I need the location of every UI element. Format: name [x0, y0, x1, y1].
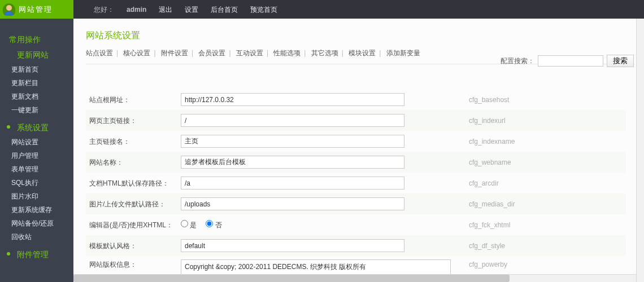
sidebar-item-update-doc[interactable]: 更新文档: [0, 90, 73, 103]
search-button[interactable]: 搜索: [607, 55, 634, 67]
sidebar-item-update-column[interactable]: 更新栏目: [0, 76, 73, 90]
row-label: 模板默认风格：: [86, 241, 181, 251]
text-input[interactable]: [181, 93, 404, 106]
avatar-icon: [3, 3, 15, 16]
search-label: 配置搜索：: [501, 56, 534, 66]
nav-preview[interactable]: 预览首页: [250, 5, 277, 15]
setting-row: 网页主页链接：cfg_indexurl: [86, 110, 626, 131]
row-label: 网页主页链接：: [86, 116, 181, 126]
row-key: cfg_indexname: [463, 136, 626, 147]
setting-row: 模板默认风格：cfg_df_style: [86, 235, 626, 256]
search-input[interactable]: [538, 55, 603, 67]
setting-row: 站点根网址：cfg_basehost: [86, 89, 626, 110]
row-control: [181, 197, 463, 210]
sidebar-head-system[interactable]: 系统设置: [0, 120, 73, 135]
logo: 网站管理: [0, 0, 73, 19]
text-input[interactable]: [181, 239, 404, 252]
sidebar-item-update-all[interactable]: 一键更新: [0, 103, 73, 117]
top-bar: 网站管理 您好： admin 退出 设置 后台首页 预览首页: [0, 0, 644, 19]
row-key: cfg_webname: [463, 157, 626, 168]
row-key: cfg_fck_xhtml: [463, 220, 626, 230]
row-key: cfg_medias_dir: [463, 199, 626, 209]
top-nav: 您好： admin 退出 设置 后台首页 预览首页: [73, 5, 277, 15]
row-key: cfg_basehost: [463, 95, 626, 105]
sidebar-item-cache[interactable]: 更新系统缓存: [0, 203, 73, 217]
config-search: 配置搜索： 搜索: [501, 55, 634, 67]
sidebar-head-attach[interactable]: 附件管理: [0, 247, 73, 262]
row-label: 文档HTML默认保存路径：: [86, 178, 181, 188]
radio-yes[interactable]: [181, 220, 188, 227]
tab-attach[interactable]: 附件设置: [161, 49, 188, 57]
row-control: [181, 177, 463, 190]
row-key: cfg_arcdir: [463, 178, 626, 188]
sidebar-sub-update[interactable]: 更新网站: [0, 47, 73, 63]
vscrollbar[interactable]: [636, 19, 644, 282]
main-panel: 网站系统设置 站点设置| 核心设置| 附件设置| 会员设置| 互动设置| 性能选…: [73, 19, 644, 282]
tab-addvar[interactable]: 添加新变量: [386, 49, 420, 57]
tab-perf[interactable]: 性能选项: [273, 49, 301, 57]
nav-settings[interactable]: 设置: [185, 5, 198, 15]
row-label: 主页链接名：: [86, 136, 181, 147]
row-control: [181, 114, 463, 127]
row-label: 网站名称：: [86, 157, 181, 168]
row-label: 编辑器(是/否)使用XHTML：: [86, 220, 181, 230]
setting-row: 文档HTML默认保存路径：cfg_arcdir: [86, 173, 626, 193]
sidebar-item-backup[interactable]: 网站备份/还原: [0, 217, 73, 230]
row-control: [181, 93, 463, 106]
tab-interactive[interactable]: 互动设置: [236, 49, 263, 57]
sidebar-head-common[interactable]: 常用操作: [0, 32, 73, 47]
row-key: cfg_indexurl: [463, 116, 626, 126]
sidebar-item-update-home[interactable]: 更新首页: [0, 63, 73, 76]
sidebar-item-user[interactable]: 用户管理: [0, 149, 73, 162]
row-label: 图片/上传文件默认路径：: [86, 199, 181, 209]
text-input[interactable]: [181, 177, 404, 190]
tab-site[interactable]: 站点设置: [86, 49, 113, 57]
text-input[interactable]: [181, 114, 404, 127]
page-title: 网站系统设置: [86, 29, 644, 42]
tab-core[interactable]: 核心设置: [123, 49, 150, 57]
setting-row: 图片/上传文件默认路径：cfg_medias_dir: [86, 193, 626, 214]
current-user: admin: [127, 5, 146, 15]
settings-table: 站点根网址：cfg_basehost网页主页链接：cfg_indexurl主页链…: [86, 89, 626, 282]
sidebar: 常用操作 更新网站 更新首页 更新栏目 更新文档 一键更新 系统设置 网站设置 …: [0, 19, 73, 282]
text-input[interactable]: [181, 156, 404, 169]
sidebar-item-trash[interactable]: 回收站: [0, 230, 73, 244]
row-key: cfg_df_style: [463, 241, 626, 251]
nav-admin-home[interactable]: 后台首页: [211, 5, 238, 15]
sidebar-item-sql[interactable]: SQL执行: [0, 176, 73, 190]
row-label: 网站版权信息：: [86, 259, 181, 270]
row-control: [181, 135, 463, 148]
sidebar-item-form[interactable]: 表单管理: [0, 162, 73, 176]
row-control: [181, 239, 463, 252]
row-key: cfg_powerby: [463, 259, 626, 270]
setting-row: 网站名称：cfg_webname: [86, 152, 626, 173]
text-input[interactable]: [181, 135, 404, 148]
logo-text: 网站管理: [19, 4, 53, 15]
tab-module[interactable]: 模块设置: [349, 49, 376, 57]
row-label: 站点根网址：: [86, 95, 181, 105]
radio-no[interactable]: [206, 220, 213, 227]
setting-row: 主页链接名：cfg_indexname: [86, 131, 626, 152]
row-control: 是 否: [181, 220, 463, 230]
tab-member[interactable]: 会员设置: [198, 49, 225, 57]
row-control: [181, 156, 463, 169]
text-input[interactable]: [181, 197, 404, 210]
sidebar-item-watermark[interactable]: 图片水印: [0, 190, 73, 203]
sidebar-item-site[interactable]: 网站设置: [0, 135, 73, 149]
nav-logout[interactable]: 退出: [159, 5, 172, 15]
hscrollbar[interactable]: [73, 274, 644, 282]
tab-other[interactable]: 其它选项: [311, 49, 338, 57]
setting-row: 编辑器(是/否)使用XHTML： 是 否cfg_fck_xhtml: [86, 214, 626, 235]
welcome-label: 您好：: [94, 5, 114, 15]
